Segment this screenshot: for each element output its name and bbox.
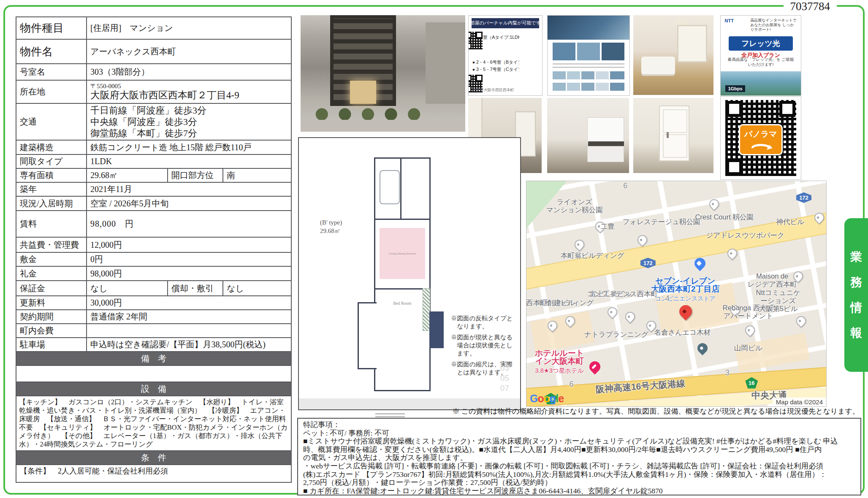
map-label: 山岡ビル	[734, 344, 762, 352]
table-row: 共益費・管理費 12,000円	[16, 237, 291, 252]
rent-value: 98,000 円	[87, 211, 291, 237]
guarantee-value: なし	[87, 281, 168, 296]
brochure-hero-image	[548, 16, 629, 40]
table-row: 賃料 98,000 円	[16, 211, 291, 237]
floorplan-panel: (B' type) 29.68㎡ Living Dining Kitchen B…	[298, 137, 521, 410]
flets-brand: フレッツ光	[729, 36, 793, 51]
table-row: 物件種目 [住居用] マンション	[16, 17, 291, 39]
tab-char: 業	[850, 249, 862, 265]
table-row: 礼金 98,000円	[16, 266, 291, 281]
parking-label: 駐車場	[16, 338, 87, 352]
building-side	[426, 22, 465, 104]
table-row: 【条件】 2人入居可能・保証会社利用必須	[16, 465, 291, 482]
bedroom-area: Bed Room	[380, 298, 425, 357]
transport-label: 交通	[16, 103, 87, 140]
unit-type: (B' type)	[320, 218, 342, 227]
property-type-label: 物件種目	[16, 17, 87, 39]
tab-char: 情	[850, 300, 862, 316]
google-logo: Google	[530, 392, 564, 405]
renewal-label: 更新料	[16, 296, 87, 310]
flyer-virtual-tour: お部屋のバーチャル内覧が可能です！ ● 1号室（Aタイプ:1LDK 43.67㎡…	[468, 15, 542, 96]
room-label: 号室名	[16, 64, 87, 80]
built-value: 2021年11月	[87, 182, 291, 196]
disclaimer-line: ※ この資料は物件の概略紹介資料になります。写真、間取図面、設備、概要などが現況…	[296, 406, 860, 416]
town-fee-value	[87, 324, 291, 338]
block-number: 6	[623, 181, 627, 189]
guarantee-label: 保証金	[16, 281, 87, 296]
fee-label: 共益費・管理費	[16, 237, 87, 252]
contract-value: 普通借家 2年間	[87, 310, 291, 324]
equipment-body: 【キッチン】 ガスコンロ（2口）・システムキッチン 【水廻り】 トイレ・浴室乾燥…	[16, 396, 291, 451]
address-text: 大阪府大阪市西区西本町２丁目4-9	[90, 90, 288, 101]
table-row: 専有面積 29.68㎡ 開口部方位 南	[16, 168, 291, 182]
conditions-header: 条 件	[16, 451, 291, 465]
panorama-label: パノラマ	[744, 130, 777, 138]
balcony-block	[429, 311, 444, 349]
map-label: Crest Court 靱公園	[695, 213, 753, 221]
brochure-text-line	[553, 67, 625, 68]
area-label: 専有面積	[16, 168, 87, 182]
notes-line: 2,750円（税込/月額）・鍵ローテーション作業費：27,500円（税込/契約時…	[303, 479, 855, 487]
table-row: 町内会費	[16, 324, 291, 338]
key-money-value: 98,000円	[87, 266, 291, 281]
table-row: 条 件	[16, 451, 291, 465]
remarks-header: 備 考	[16, 352, 291, 365]
notes-line: ■ カギ所在：FA保管鍵:オートロック鍵:賃貸住宅サービス阿波座店さま06-64…	[303, 487, 855, 495]
kitchen-cabinet-upper	[587, 117, 624, 144]
built-label: 築年	[16, 182, 87, 196]
structure-value: 鉄筋コンクリート造 地上15階 総戸数110戸	[87, 140, 291, 154]
photo-building-entrance	[301, 15, 465, 132]
amortization-value: なし	[223, 281, 291, 296]
map-label-hotel: ホテルルート イン大阪本町	[535, 349, 584, 365]
photo-room-door	[633, 98, 713, 173]
parking-value: 申込時は空き確認要/【平面】月38,500円(税込)	[87, 338, 291, 352]
photo-brochure-page	[547, 15, 630, 96]
loop-arrow-icon	[749, 141, 773, 152]
wall-line	[375, 288, 429, 290]
status-label: 現況/入居時期	[16, 196, 87, 211]
address-label: 所在地	[16, 80, 87, 103]
entrance-pavement	[301, 120, 465, 132]
flets-tagline: 高品質なインターネットで あなたのお部屋を しっかりサポート!	[750, 18, 797, 32]
map-label: ナトラプランニング	[584, 330, 648, 338]
ldk-area: Living Dining Kitchen	[380, 228, 425, 279]
faint-number: 05	[500, 373, 509, 383]
table-row: 敷金 0円	[16, 252, 291, 266]
table-row: 備 考	[16, 352, 291, 365]
rent-label: 賃料	[16, 211, 87, 237]
white-door	[659, 106, 689, 161]
tab-char: 務	[850, 274, 862, 290]
transport-line: 御堂筋線「本町」徒歩7分	[90, 127, 288, 139]
key-money-label: 礼金	[16, 266, 87, 281]
table-row: 間取タイプ 1LDK	[16, 154, 291, 168]
property-name-value: アーバネックス西本町	[87, 39, 291, 64]
brochure-thumb-row	[553, 71, 625, 79]
table-row: 設 備	[16, 382, 291, 396]
notes-line: 特記事項：	[303, 421, 855, 429]
equipment-header: 設 備	[16, 382, 291, 396]
table-row: 更新料 30,000円	[16, 296, 291, 310]
transport-line: 中央線「阿波座」徒歩3分	[90, 116, 288, 127]
map-label: コンフィデンス西本町	[587, 290, 658, 298]
contract-label: 契約期間	[16, 310, 87, 324]
floorplan-drawing: Living Dining Kitchen Bed Room	[374, 157, 431, 391]
kitchen-cabinet-lower	[587, 146, 624, 162]
bathtub-icon	[380, 170, 400, 204]
flyer-item: ● 2・4・6号室（Bタイプ:1LDK 29.68㎡）	[472, 60, 519, 65]
panorama-badge: パノラマ	[739, 124, 783, 155]
flyer-footer: 大阪府大阪市西区西本町	[472, 87, 514, 93]
map-label: 神代ビル	[776, 218, 804, 226]
opening-direction-value: 南	[223, 168, 291, 182]
floorplan-faint-numbers: 03 05 07	[500, 363, 509, 393]
flyer-flets-hikari: NTT 高品質なインターネットで あなたのお部屋を しっかりサポート! フレッツ…	[720, 15, 801, 96]
notes-line: ・webサービス広告掲載 [許可]・転載事前連絡 [不要]・画像の転載 [不可]…	[303, 462, 855, 471]
flyer-item: ● 3・5・7号室（Cタイプ:1LDK）	[472, 67, 519, 73]
town-fee-label: 町内会費	[16, 324, 87, 338]
deposit-value: 0円	[87, 252, 291, 266]
postal-code: 〒550-0005	[90, 83, 288, 90]
brochure-thumb-row	[553, 83, 625, 91]
tab-char: 報	[850, 325, 862, 341]
table-row: 契約期間 普通借家 2年間	[16, 310, 291, 324]
map-label: 本町翁ビルディング	[561, 252, 624, 260]
address-value: 〒550-0005 大阪府大阪市西区西本町２丁目4-9	[87, 80, 291, 103]
